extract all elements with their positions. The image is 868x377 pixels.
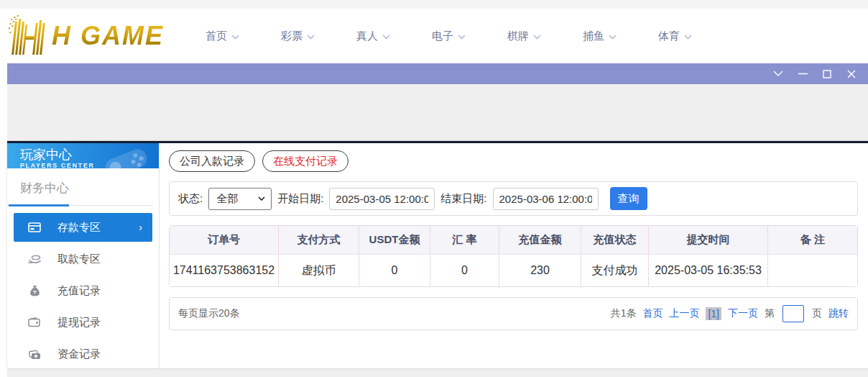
sidebar-item-label: 充值记录 [57, 284, 101, 298]
wallet-icon [27, 317, 42, 327]
chevron-down-icon [307, 35, 315, 40]
cell-payment-method: 虚拟币 [279, 255, 359, 286]
player-center-window: 玩家中心 PLAYERS CENTER 财务中心 存款专区 › 取款专区 [7, 141, 868, 368]
cell-submit-time: 2025-03-05 16:35:53 [649, 255, 768, 286]
workspace-background: 玩家中心 PLAYERS CENTER 财务中心 存款专区 › 取款专区 [7, 84, 868, 377]
sidebar-item-label: 取款专区 [57, 253, 101, 266]
end-date-label: 结束日期: [440, 192, 486, 206]
minimize-icon[interactable] [798, 69, 808, 79]
chevron-down-icon [609, 35, 617, 40]
page-top-strip [0, 0, 868, 9]
sidebar-section-finance: 财务中心 [7, 168, 153, 206]
nav-item-slots[interactable]: 电子 [432, 29, 466, 43]
chevron-down-icon [533, 35, 541, 40]
logo[interactable]: H GAME [6, 14, 164, 58]
jump-suffix-label: 页 [812, 307, 822, 320]
window-titlebar[interactable] [7, 63, 868, 84]
cell-order-number: 1741163753863152 [170, 255, 279, 286]
pagination-controls: 共1条 首页 上一页 [1] 下一页 第 页 跳转 [611, 305, 849, 322]
sidebar: 玩家中心 PLAYERS CENTER 财务中心 存款专区 › 取款专区 [7, 143, 160, 368]
chevron-down-icon [684, 35, 692, 40]
sidebar-item-withdraw[interactable]: 取款专区 [7, 245, 159, 273]
chevron-down-icon [231, 35, 239, 40]
sidebar-header: 玩家中心 PLAYERS CENTER [7, 143, 159, 168]
sidebar-item-label: 资金记录 [57, 348, 101, 361]
sidebar-item-funds-records[interactable]: 资金记录 [7, 340, 159, 368]
maximize-icon[interactable] [822, 69, 832, 79]
table-row: 1741163753863152 虚拟币 0 0 230 支付成功 2025-0… [170, 255, 857, 286]
next-page-link[interactable]: 下一页 [728, 307, 758, 320]
status-select-value: 全部 [216, 192, 238, 206]
nav-item-chess[interactable]: 棋牌 [507, 29, 541, 43]
cell-usdt-amount: 0 [359, 255, 430, 286]
filter-bar: 状态: 全部 开始日期: 结束日期: 查询 [169, 181, 858, 216]
sidebar-subtitle: PLAYERS CENTER [20, 162, 159, 168]
current-page-indicator: [1] [706, 307, 721, 320]
chevron-down-icon [382, 35, 390, 40]
record-tabs: 公司入款记录 在线支付记录 [169, 150, 858, 172]
content-area: 公司入款记录 在线支付记录 状态: 全部 开始日期: 结束日期: 查询 [160, 143, 868, 368]
sidebar-item-recharge-records[interactable]: 充值记录 [7, 276, 159, 305]
query-button[interactable]: 查询 [610, 187, 647, 210]
sidebar-item-label: 存款专区 [57, 221, 101, 235]
sidebar-menu: 存款专区 › 取款专区 充值记录 [7, 213, 159, 368]
payment-records-table: 订单号 支付方式 USDT金额 汇 率 充值金额 充值状态 提交时间 备 注 1… [169, 225, 858, 287]
col-recharge-status: 充值状态 [581, 226, 649, 255]
nav-item-live[interactable]: 真人 [356, 29, 390, 43]
table-header: 订单号 支付方式 USDT金额 汇 率 充值金额 充值状态 提交时间 备 注 [170, 226, 857, 255]
jump-prefix-label: 第 [765, 307, 775, 320]
nav-item-fishing[interactable]: 捕鱼 [583, 29, 617, 43]
nav-label: 彩票 [281, 29, 303, 43]
logo-text: H GAME [52, 21, 164, 51]
sidebar-item-label: 提现记录 [57, 316, 101, 330]
prev-page-link[interactable]: 上一页 [669, 307, 699, 320]
site-header: H GAME 首页 彩票 真人 电子 棋牌 捕鱼 体育 [0, 9, 868, 63]
col-order-number: 订单号 [170, 226, 279, 255]
close-icon[interactable] [846, 69, 857, 79]
col-exchange-rate: 汇 率 [430, 226, 499, 255]
start-date-input[interactable] [329, 188, 435, 210]
chevron-down-icon [458, 35, 466, 40]
nav-label: 真人 [356, 29, 378, 43]
nav-label: 首页 [206, 29, 227, 43]
col-submit-time: 提交时间 [649, 226, 768, 255]
nav-label: 捕鱼 [583, 29, 604, 43]
chevron-right-icon: › [139, 222, 142, 233]
cell-remark [768, 255, 857, 286]
col-payment-method: 支付方式 [279, 226, 359, 255]
nav-item-lottery[interactable]: 彩票 [281, 29, 315, 43]
main-nav: 首页 彩票 真人 电子 棋牌 捕鱼 体育 [206, 29, 692, 43]
collapse-chevron-icon[interactable] [773, 69, 783, 79]
nav-item-sports[interactable]: 体育 [658, 29, 692, 43]
col-remark: 备 注 [768, 226, 857, 255]
tab-online-payment-records[interactable]: 在线支付记录 [262, 150, 348, 172]
page-size-text: 每页显示20条 [178, 307, 240, 320]
start-date-label: 开始日期: [277, 192, 323, 206]
deposit-card-icon [27, 222, 42, 233]
sidebar-item-withdrawal-records[interactable]: 提现记录 [7, 308, 159, 337]
status-select[interactable]: 全部 [208, 188, 272, 210]
col-usdt-amount: USDT金额 [359, 226, 430, 255]
cell-recharge-status: 支付成功 [581, 255, 649, 286]
nav-item-home[interactable]: 首页 [206, 29, 239, 43]
col-recharge-amount: 充值金额 [499, 226, 581, 255]
nav-label: 棋牌 [507, 29, 529, 43]
logo-h-bars-icon [6, 14, 50, 58]
status-label: 状态: [178, 192, 203, 206]
cell-recharge-amount: 230 [499, 255, 581, 286]
jump-action-link[interactable]: 跳转 [828, 307, 849, 320]
jump-page-input[interactable] [782, 305, 804, 322]
withdraw-hand-icon [27, 254, 42, 265]
moneybag-icon [27, 285, 42, 297]
nav-label: 电子 [432, 29, 453, 43]
pagination-bar: 每页显示20条 共1条 首页 上一页 [1] 下一页 第 页 跳转 [169, 297, 858, 330]
tab-company-deposit-records[interactable]: 公司入款记录 [169, 150, 255, 172]
end-date-input[interactable] [493, 188, 599, 210]
coins-bag-icon [27, 349, 42, 360]
first-page-link[interactable]: 首页 [642, 307, 662, 320]
cell-exchange-rate: 0 [430, 255, 499, 286]
chevron-down-icon [258, 196, 265, 201]
sidebar-item-deposit[interactable]: 存款专区 › [14, 213, 152, 242]
nav-label: 体育 [658, 29, 680, 43]
total-count-text: 共1条 [611, 307, 637, 320]
